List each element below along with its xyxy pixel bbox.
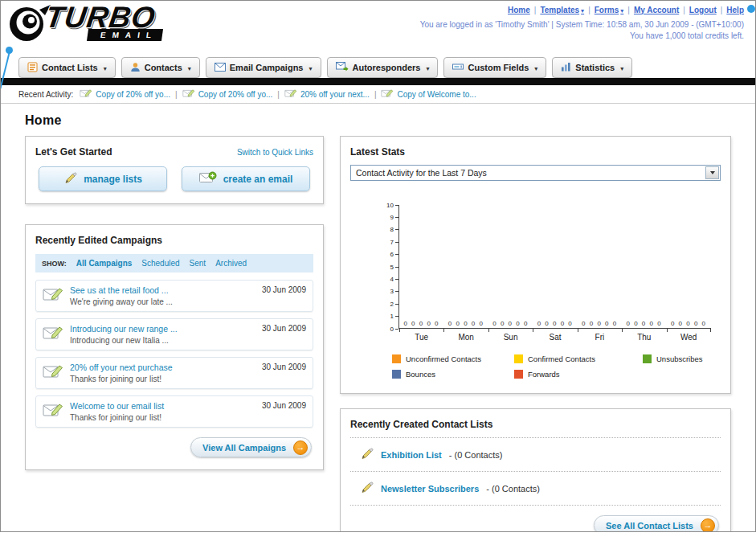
campaign-title-link[interactable]: Introducing our new range ... [70, 324, 255, 334]
statistics-icon [561, 62, 571, 73]
contact-list-row[interactable]: Newsletter Subscribers - (0 Contacts) [350, 479, 721, 498]
tab-all-campaigns[interactable]: All Campaigns [76, 259, 132, 268]
email-edit-icon [80, 88, 92, 100]
y-axis-tick: 7 [390, 238, 398, 246]
dropdown-arrow-icon[interactable] [705, 166, 719, 179]
contact-list-link[interactable]: Newsletter Subscribers [381, 484, 479, 494]
campaign-date: 30 Jun 2009 [262, 285, 306, 294]
contact-list-link[interactable]: Exhibition List [381, 450, 442, 460]
dotted-divider [350, 505, 721, 506]
y-axis-tick: 9 [390, 213, 398, 221]
activity-item[interactable]: Copy of 20% off yo... [80, 88, 170, 100]
campaign-title-link[interactable]: Welcome to our email list [70, 401, 255, 411]
campaign-title-link[interactable]: See us at the retail food ... [70, 285, 255, 295]
campaign-subtitle: We're giving away our late ... [70, 297, 255, 306]
y-axis-tick: 1 [390, 313, 398, 321]
recently-edited-campaigns-panel: Recently Edited Campaigns SHOW: All Camp… [25, 224, 324, 470]
decor-blue-dot [747, 5, 755, 13]
legend-item-unconfirmed-contacts: Unconfirmed Contacts [392, 354, 514, 363]
arrow-right-icon [701, 518, 715, 533]
legend-item-unsubscribes: Unsubscribes [643, 354, 721, 363]
activity-item[interactable]: Copy of 20% off yo... [182, 88, 273, 100]
separator [584, 5, 595, 14]
separator [679, 5, 689, 14]
campaign-subtitle: Introducing our new Italia ... [70, 336, 255, 345]
pencil-icon [63, 171, 77, 187]
nav-tab-email-campaigns[interactable]: Email Campaigns [206, 57, 321, 78]
see-all-contact-lists-button[interactable]: See All Contact Lists [594, 515, 719, 532]
header-link-help[interactable]: Help [726, 6, 744, 14]
header-link-home[interactable]: Home [508, 6, 530, 14]
nav-divider-bar [1, 78, 755, 85]
campaign-row[interactable]: See us at the retail food ... We're givi… [35, 280, 313, 312]
turbo-email-logo[interactable]: TURBO EMAIL [7, 3, 162, 45]
campaign-subtitle: Thanks for joining our list! [70, 375, 255, 383]
x-axis-label: Wed [667, 329, 711, 342]
email-edit-icon [43, 402, 63, 420]
y-axis-tick: 3 [390, 288, 398, 296]
email-campaigns-icon [215, 63, 226, 73]
nav-tab-contacts[interactable]: Contacts [121, 57, 200, 78]
chart-y-axis: 109876543210 [382, 205, 398, 329]
contact-list-row[interactable]: Exhibition List - (0 Contacts) [350, 445, 721, 464]
logo-text-email: EMAIL [87, 29, 163, 41]
header-link-forms[interactable]: Forms [595, 6, 624, 14]
campaign-row[interactable]: Introducing our new range ... Introducin… [35, 318, 313, 350]
chart-value-labels: 0 0 0 0 0 [667, 320, 711, 328]
chart-value-labels: 0 0 0 0 0 [488, 320, 533, 328]
header-link-templates[interactable]: Templates [540, 6, 584, 14]
x-axis-label: Thu [622, 329, 666, 342]
header-meta: Home Templates Forms My Account Logout H… [420, 5, 744, 40]
view-all-campaigns-button[interactable]: View All Campaigns [190, 437, 312, 457]
x-axis-label: Tue [399, 329, 443, 342]
tab-scheduled[interactable]: Scheduled [141, 259, 179, 268]
app-window: TURBO EMAIL Home Templates Forms My Acco… [0, 0, 756, 532]
y-axis-tick: 4 [390, 275, 398, 283]
recent-activity-bar: Recent Activity: Copy of 20% off yo... C… [1, 85, 755, 104]
right-column: Latest Stats Contact Activity for the La… [340, 136, 731, 532]
chart-value-labels: 0 0 0 0 0 [578, 320, 622, 328]
switch-quick-links-link[interactable]: Switch to Quick Links [237, 148, 313, 157]
dotted-divider [350, 437, 721, 438]
campaign-subtitle: Thanks for joining our list! [70, 413, 255, 422]
separator [175, 89, 178, 99]
activity-item[interactable]: 20% off your next... [284, 88, 370, 100]
campaign-date: 30 Jun 2009 [262, 324, 306, 333]
campaign-row[interactable]: 20% off your next purchase Thanks for jo… [35, 357, 313, 389]
campaigns-filter-tabs: SHOW: All Campaigns Scheduled Sent Archi… [35, 254, 313, 272]
nav-tab-statistics[interactable]: Statistics [552, 57, 632, 78]
activity-item[interactable]: Copy of Welcome to... [381, 88, 476, 100]
nav-tab-contact-lists[interactable]: Contact Lists [18, 57, 116, 78]
chevron-down-icon [102, 63, 107, 72]
contact-lists-panel-title: Recently Created Contact Lists [350, 419, 492, 430]
tab-sent[interactable]: Sent [190, 259, 206, 268]
page-title: Home [25, 113, 755, 128]
campaign-title-link[interactable]: 20% off your next purchase [70, 363, 255, 372]
chevron-down-icon [619, 63, 623, 72]
nav-tab-custom-fields[interactable]: Custom Fields [443, 57, 546, 78]
campaign-date: 30 Jun 2009 [262, 401, 306, 410]
separator [623, 5, 634, 14]
create-email-button[interactable]: create an email [182, 166, 310, 191]
campaign-date: 30 Jun 2009 [262, 363, 306, 371]
chart-value-labels: 0 0 0 0 0 [443, 320, 488, 328]
show-label: SHOW: [42, 260, 67, 268]
header-link-my-account[interactable]: My Account [634, 6, 679, 14]
left-column: Let's Get Started Switch to Quick Links … [25, 136, 324, 470]
pencil-icon [360, 447, 374, 462]
email-edit-icon [284, 88, 297, 100]
chevron-down-icon [186, 63, 191, 72]
stats-period-select[interactable]: Contact Activity for the Last 7 Days [350, 165, 721, 181]
x-axis-label: Mon [443, 329, 488, 342]
header-link-logout[interactable]: Logout [689, 6, 717, 14]
recently-created-contact-lists-panel: Recently Created Contact Lists Exhibitio… [340, 408, 731, 532]
campaign-row[interactable]: Welcome to our email list Thanks for joi… [35, 395, 313, 428]
top-bar: TURBO EMAIL Home Templates Forms My Acco… [1, 1, 755, 55]
manage-lists-button[interactable]: manage lists [39, 166, 167, 191]
y-axis-tick: 8 [390, 226, 398, 234]
nav-tab-autoresponders[interactable]: Autoresponders [327, 57, 439, 78]
tab-archived[interactable]: Archived [215, 259, 247, 268]
email-edit-icon [43, 363, 63, 381]
contact-lists-icon [27, 62, 38, 74]
y-axis-tick: 0 [390, 325, 398, 333]
